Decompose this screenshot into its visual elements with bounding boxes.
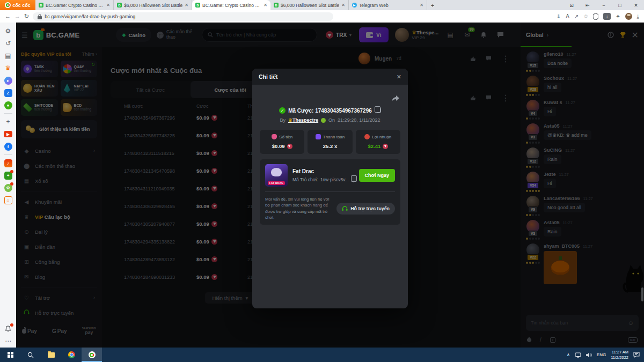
share-bet-icon[interactable] (392, 95, 399, 102)
play-now-button[interactable]: Chơi Ngay (359, 169, 395, 182)
window-controls: ⊡ ⇤ − □ ✕ (564, 0, 644, 10)
modal-close-icon[interactable]: ✕ (397, 73, 401, 80)
save-page-icon[interactable]: ⇓ (557, 13, 561, 19)
taskbar-search-button[interactable] (20, 348, 41, 362)
gift-icon[interactable]: + (4, 171, 12, 180)
download-manager-icon[interactable]: ↓ (603, 13, 611, 20)
tab-close-icon[interactable]: ✕ (106, 3, 110, 8)
tab-halloween-1[interactable]: $6,000 Halloween Slot Battle ✕ (114, 0, 192, 10)
reload-button[interactable]: ↻ (24, 13, 29, 19)
bet-author-row: By ♛Thespectre On 21:29:20, 1/11/2022 (260, 117, 400, 123)
tab-close-icon[interactable]: ✕ (341, 3, 345, 8)
coccoc-icon (89, 351, 96, 358)
tab-strip: cốc cốc BC.Game: Crypto Casino Gan ✕ $6,… (0, 0, 644, 10)
tab-title: Telegram Web (359, 3, 418, 8)
trx-coin-icon (287, 144, 292, 149)
file-explorer-button[interactable] (41, 348, 61, 362)
copy-icon[interactable] (353, 177, 354, 182)
new-tab-button[interactable]: + (427, 0, 438, 10)
bcgame-page: ☰ b BC.GAME ◆ Casino Các môn thể thao (16, 23, 644, 348)
translate-icon[interactable]: A (566, 13, 569, 19)
zalo-icon[interactable]: Z (4, 88, 12, 97)
window-maximize-button[interactable]: □ (612, 0, 628, 10)
tab-title: $6,000 Halloween Slot Battle (124, 3, 182, 8)
windows-taskbar: ∧ ENG 11:27 AM 11/2/2022 (0, 348, 644, 362)
facebook-icon[interactable]: f (4, 142, 12, 151)
coccoc-button[interactable] (82, 348, 102, 362)
game-thumbnail[interactable]: FAT DRAC (265, 164, 288, 187)
chrome-icon (68, 351, 75, 358)
back-button[interactable]: ← (5, 13, 11, 19)
window-minimize-button[interactable]: − (596, 0, 612, 10)
action-center-icon[interactable] (633, 352, 640, 358)
taskbar-clock[interactable]: 11:27 AM 11/2/2022 (611, 350, 628, 360)
frog-emote-icon (321, 118, 326, 123)
coccoc-search-panel-icon[interactable]: ⊡ (564, 0, 580, 10)
volume-icon[interactable] (586, 352, 592, 358)
bet-details-modal: Chi tiết ✕ ✓ Mã Cược: 174830435496736729… (252, 69, 408, 308)
notifications-bell-icon[interactable] (4, 324, 12, 333)
support-note: Mọi vấn đề, xin vui lòng liên hệ với bộ … (265, 196, 332, 220)
game-card: FAT DRAC Fat Drac Mã Trò chơi:1nw-piscv5… (260, 159, 400, 225)
crown-rewards-icon[interactable]: ♛ (4, 64, 12, 72)
tab-bcgame-2-active[interactable]: BC.Game: Crypto Casino Gan ✕ (192, 0, 270, 10)
bet-stats: Số tiền $0.09 Thanh toán 25.2 x Lợi nhuậ… (260, 130, 400, 154)
messenger-icon[interactable]: ▸ (4, 76, 12, 85)
reopen-tab-icon[interactable]: ⇤ (580, 0, 596, 10)
stat-amount: Số tiền $0.09 (260, 130, 304, 154)
card-icon (316, 134, 321, 139)
settings-gear-icon[interactable]: ⚙ (4, 27, 12, 35)
tab-close-icon[interactable]: ✕ (264, 3, 267, 8)
extensions-puzzle-icon[interactable]: ✦ (616, 13, 620, 19)
bcgame-favicon (117, 3, 122, 8)
chrome-button[interactable] (61, 348, 82, 362)
bookmark-star-icon[interactable]: ☆ (583, 13, 588, 19)
window-close-button[interactable]: ✕ (628, 0, 644, 10)
bcgame-favicon (39, 3, 43, 8)
tab-title: BC.Game: Crypto Casino Gan (46, 3, 104, 8)
bet-author-link[interactable]: ♛Thespectre (288, 117, 318, 123)
live-support-button[interactable]: Hỗ trợ trực tuyến (336, 203, 395, 215)
adblock-shield-icon[interactable] (593, 13, 598, 20)
tab-close-icon[interactable]: ✕ (185, 3, 188, 8)
search-icon (27, 352, 34, 358)
language-indicator[interactable]: ENG (597, 352, 606, 357)
network-icon[interactable] (575, 352, 581, 358)
tab-halloween-2[interactable]: $6,000 Halloween Slot Battle ✕ (270, 0, 349, 10)
profit-icon (364, 134, 370, 139)
promo-green-icon[interactable]: ✿ (4, 183, 12, 192)
game-code-row: Mã Trò chơi:1nw-piscv5v... (292, 177, 354, 182)
tab-bcgame-1[interactable]: BC.Game: Crypto Casino Gan ✕ (35, 0, 114, 10)
share-icon[interactable]: ↗ (574, 13, 579, 19)
address-bar[interactable]: bc.game/vi/game/fat-drac-by-push-gaming (33, 12, 333, 21)
history-icon[interactable]: ↺ (4, 39, 12, 48)
trx-coin-icon (383, 144, 388, 149)
rail-more-icon[interactable]: ⋯ (4, 337, 12, 345)
modal-title: Chi tiết (259, 73, 278, 80)
start-button[interactable] (0, 348, 20, 362)
bet-code-row: ✓ Mã Cược: 1748304354967367296 (260, 107, 400, 114)
tray-expand-icon[interactable]: ∧ (567, 352, 570, 357)
bcgame-favicon (195, 3, 200, 8)
add-shortcut-icon[interactable]: + (4, 117, 12, 126)
tab-telegram[interactable]: Telegram Web ✕ (349, 0, 427, 10)
promo-calendar-icon[interactable]: ♪ (4, 159, 12, 167)
coccoc-side-rail: ⚙ ↺ ▤ ♛ ▸ Z ● + ▶ f ♪ + ✿ ⌂ ⋯ (0, 23, 16, 348)
forward-button[interactable]: → (14, 13, 20, 19)
youtube-icon[interactable]: ▶ (4, 130, 12, 138)
coccoc-brand-button[interactable]: cốc cốc (0, 0, 35, 10)
shopping-cart-icon[interactable]: ⌂ (4, 196, 12, 204)
downloads-icon[interactable]: ⤓ (637, 13, 639, 20)
system-tray: ∧ ENG 11:27 AM 11/2/2022 (562, 348, 644, 362)
clock-time: 11:27 AM (612, 350, 628, 354)
tab-close-icon[interactable]: ✕ (420, 3, 423, 8)
rail-divider (4, 113, 12, 114)
crown-icon: ♛ (288, 117, 292, 123)
copy-icon[interactable] (376, 108, 381, 113)
reading-list-icon[interactable]: ▤ (4, 51, 12, 60)
toolbar-icons: ⇓ A ↗ ☆ ↓ ✦ ⤓ (557, 13, 639, 20)
browser-toolbar: ← → ↻ bc.game/vi/game/fat-drac-by-push-g… (0, 10, 644, 23)
games-icon[interactable]: ● (4, 101, 12, 109)
headset-icon (342, 206, 348, 211)
browser-profile-avatar[interactable] (625, 13, 632, 20)
